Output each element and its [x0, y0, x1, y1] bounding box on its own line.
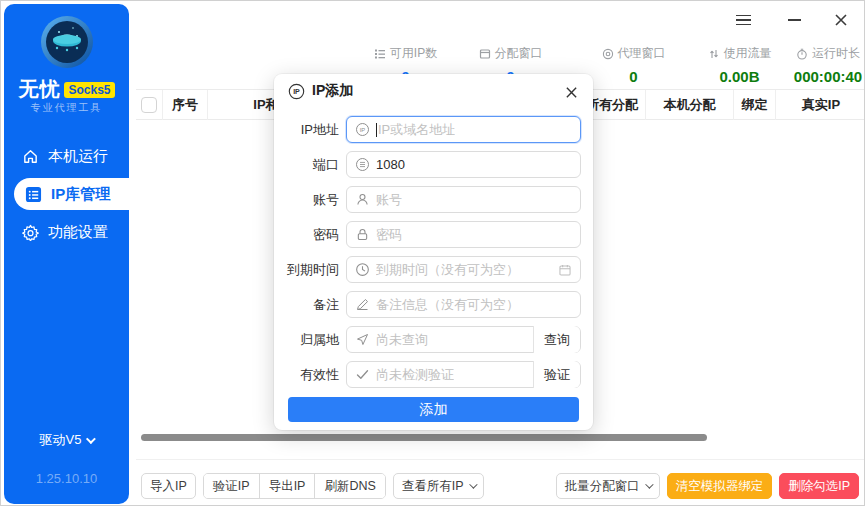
driver-label: 驱动V5: [40, 432, 82, 447]
column-header-index[interactable]: 序号: [163, 90, 208, 120]
export-ip-button[interactable]: 导出IP: [260, 474, 316, 498]
ip-circle-icon: IP: [288, 83, 305, 100]
ip-actions-group: 验证IP 导出IP 刷新DNS: [203, 473, 386, 499]
select-all-cell: [136, 90, 163, 120]
traffic-icon: [708, 48, 720, 60]
proxy-icon: [602, 48, 614, 60]
svg-text:IP: IP: [360, 127, 366, 133]
gear-icon: [21, 223, 39, 241]
batch-assign-label: 批量分配窗口: [565, 478, 640, 495]
dialog-header: IP IP添加: [274, 74, 593, 108]
chevron-down-icon: [469, 480, 477, 488]
view-all-ip-dropdown[interactable]: 查看所有IP: [393, 473, 484, 499]
password-input[interactable]: 密码: [346, 221, 581, 248]
sidebar-menu: 本机运行 IP库管理 功能设置: [4, 134, 129, 254]
query-location-button[interactable]: 查询: [533, 326, 580, 353]
stat-proxy-windows: 代理窗口 0: [586, 45, 681, 85]
toolbar-left: 导入IP 验证IP 导出IP 刷新DNS 查看所有IP: [141, 473, 484, 499]
divider: [136, 459, 865, 460]
verify-validity-button[interactable]: 验证: [533, 361, 580, 388]
app-window: 无忧 Socks5 专业代理工具 本机运行 IP库管理 功能设置: [0, 0, 865, 506]
app-badge: Socks5: [64, 82, 114, 98]
field-label: 到期时间: [274, 256, 339, 283]
sidebar-item-settings[interactable]: 功能设置: [4, 216, 129, 248]
close-icon: [834, 13, 848, 27]
placeholder-text: IP或域名地址: [378, 121, 455, 139]
sidebar-item-ip-library[interactable]: IP库管理: [14, 178, 129, 210]
expiry-input[interactable]: 到期时间（没有可为空）: [346, 256, 581, 283]
dialog-title: IP添加: [312, 82, 353, 100]
close-icon: [565, 86, 578, 99]
field-label: 归属地: [274, 326, 339, 353]
field-remark: 备注 备注信息（没有可为空）: [274, 291, 593, 318]
sidebar-item-local-run[interactable]: 本机运行: [4, 140, 129, 172]
check-icon: [355, 367, 370, 382]
field-validity: 有效性 尚未检测验证 验证: [274, 361, 593, 388]
list-icon: [374, 48, 386, 60]
field-label: 有效性: [274, 361, 339, 388]
window-minimize-button[interactable]: [783, 9, 805, 31]
driver-selector[interactable]: 驱动V5: [4, 431, 129, 449]
field-ip-address: IP地址 IP IP或域名地址: [274, 116, 593, 143]
placeholder-text: 备注信息（没有可为空）: [376, 296, 519, 314]
ip-list-icon: [24, 185, 42, 203]
ip-icon: IP: [355, 122, 370, 137]
horizontal-scrollbar[interactable]: [141, 434, 707, 441]
stat-value: 0: [586, 68, 681, 85]
app-version: 1.25.10.10: [4, 471, 129, 486]
column-header-real-ip[interactable]: 真实IP: [776, 90, 865, 120]
user-icon: [355, 192, 370, 207]
account-input[interactable]: 账号: [346, 186, 581, 213]
sidebar: 无忧 Socks5 专业代理工具 本机运行 IP库管理 功能设置: [4, 4, 129, 504]
validity-input[interactable]: 尚未检测验证 验证: [346, 361, 581, 388]
clear-emulator-binding-button[interactable]: 清空模拟器绑定: [667, 473, 773, 499]
stat-label: 运行时长: [812, 45, 860, 62]
window-menu-button[interactable]: [732, 9, 754, 31]
lock-icon: [355, 227, 370, 242]
chevron-down-icon: [645, 480, 653, 488]
toolbar-right: 批量分配窗口 清空模拟器绑定 删除勾选IP: [556, 473, 859, 499]
field-expiry: 到期时间 到期时间（没有可为空）: [274, 256, 593, 283]
ip-address-input[interactable]: IP IP或域名地址: [346, 116, 581, 143]
stat-label: 使用流量: [724, 45, 772, 62]
app-name: 无忧: [18, 76, 60, 103]
field-label: 账号: [274, 186, 339, 213]
remark-input[interactable]: 备注信息（没有可为空）: [346, 291, 581, 318]
view-all-ip-label: 查看所有IP: [402, 478, 464, 495]
sidebar-item-label: 本机运行: [48, 147, 108, 166]
delete-checked-ip-button[interactable]: 删除勾选IP: [779, 473, 859, 499]
home-icon: [21, 147, 39, 165]
timer-icon: [796, 48, 808, 60]
text-cursor: [376, 123, 377, 137]
sidebar-item-label: 功能设置: [48, 223, 108, 242]
app-subtitle: 专业代理工具: [4, 101, 129, 115]
verify-ip-button[interactable]: 验证IP: [204, 474, 260, 498]
window-close-button[interactable]: [830, 9, 852, 31]
ufo-logo-icon: [39, 14, 95, 70]
placeholder-text: 尚未检测验证: [376, 366, 454, 384]
add-button[interactable]: 添加: [288, 397, 579, 422]
stat-run-time: 运行时长 000:00:40: [774, 45, 865, 85]
batch-assign-dropdown[interactable]: 批量分配窗口: [556, 473, 660, 499]
pin-icon: [355, 332, 370, 347]
field-label: 备注: [274, 291, 339, 318]
sidebar-item-label: IP库管理: [51, 185, 110, 204]
svg-text:IP: IP: [293, 88, 300, 96]
placeholder-text: 密码: [376, 226, 402, 244]
dialog-close-button[interactable]: [561, 82, 581, 102]
placeholder-text: 尚未查询: [376, 331, 428, 349]
calendar-icon[interactable]: [558, 263, 572, 277]
app-logo: [4, 14, 129, 74]
column-header-binding[interactable]: 绑定: [734, 90, 776, 120]
clock-icon: [355, 262, 370, 277]
refresh-dns-button[interactable]: 刷新DNS: [315, 474, 384, 498]
port-icon: [355, 157, 370, 172]
location-input[interactable]: 尚未查询 查询: [346, 326, 581, 353]
window-icon: [479, 48, 491, 60]
import-ip-button[interactable]: 导入IP: [141, 473, 196, 499]
field-location: 归属地 尚未查询 查询: [274, 326, 593, 353]
column-header-local-assigned[interactable]: 本机分配: [646, 90, 734, 120]
field-port: 端口 1080: [274, 151, 593, 178]
port-input[interactable]: 1080: [346, 151, 581, 178]
select-all-checkbox[interactable]: [141, 97, 157, 113]
